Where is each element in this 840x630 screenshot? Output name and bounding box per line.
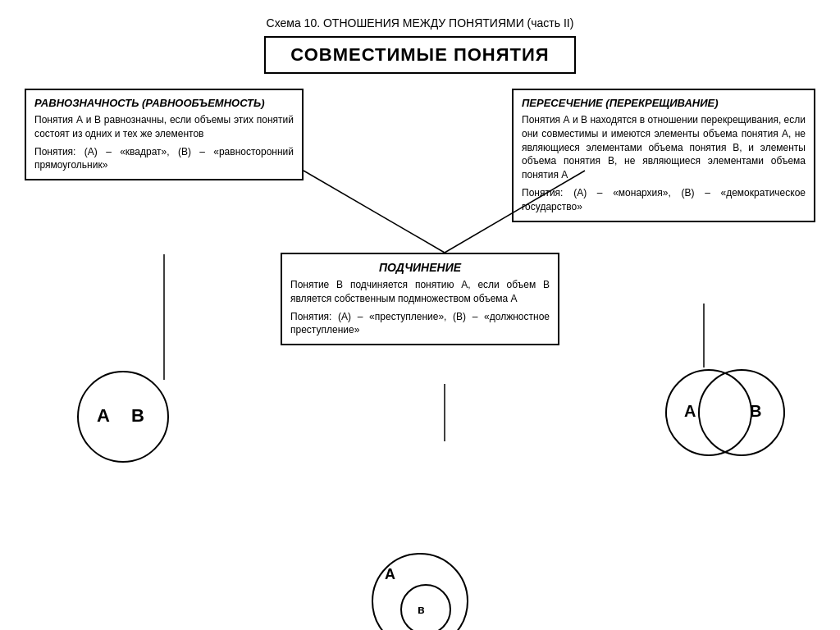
content-area: РАВНОЗНАЧНОСТЬ (РАВНООБЪЕМНОСТЬ) Понятия… bbox=[25, 89, 815, 597]
box-left-title: РАВНОЗНАЧНОСТЬ (РАВНООБЪЕМНОСТЬ) bbox=[34, 97, 294, 109]
diagram-right-svg: А В bbox=[660, 359, 791, 466]
svg-line-3 bbox=[304, 171, 445, 253]
diagram-peresechenie: А В bbox=[660, 359, 791, 469]
box-ravnoznachnost: РАВНОЗНАЧНОСТЬ (РАВНООБЪЕМНОСТЬ) Понятия… bbox=[25, 89, 304, 180]
diagram-bottom-svg: А в bbox=[367, 548, 473, 630]
diagram-left-label-a: А bbox=[97, 405, 110, 426]
svg-point-7 bbox=[699, 370, 784, 455]
svg-point-9 bbox=[401, 585, 450, 630]
svg-point-5 bbox=[78, 372, 168, 462]
diagram-bottom-label-a: А bbox=[385, 566, 395, 582]
box-peresechenie: ПЕРЕСЕЧЕНИЕ (ПЕРЕКРЕЩИВАНИЕ) Понятия А и… bbox=[512, 89, 815, 222]
diagram-right-label-a: А bbox=[684, 402, 696, 420]
diagram-podchinenie: А в bbox=[367, 548, 473, 630]
schema-title: Схема 10. ОТНОШЕНИЯ МЕЖДУ ПОНЯТИЯМИ (час… bbox=[25, 16, 815, 30]
diagram-bottom-label-b: в bbox=[418, 603, 425, 616]
box-right-text2: Понятия: (А) – «монархия», (В) – «демокр… bbox=[522, 186, 806, 214]
main-title-box: СОВМЕСТИМЫЕ ПОНЯТИЯ bbox=[264, 36, 576, 74]
box-right-title: ПЕРЕСЕЧЕНИЕ (ПЕРЕКРЕЩИВАНИЕ) bbox=[522, 97, 806, 109]
box-left-text2: Понятия: (А) – «квадрат», (В) – «равност… bbox=[34, 145, 294, 173]
box-center-title: ПОДЧИНЕНИЕ bbox=[290, 261, 550, 274]
box-left-text1: Понятия А и В равнозначны, если объемы э… bbox=[34, 113, 294, 141]
svg-point-8 bbox=[372, 554, 468, 630]
diagram-right-label-b: В bbox=[750, 402, 761, 420]
box-right-text1: Понятия А и В находятся в отношении пере… bbox=[522, 113, 806, 182]
box-center-text1: Понятие В подчиняется понятию А, если об… bbox=[290, 278, 550, 306]
diagram-left-label-b: В bbox=[131, 405, 144, 426]
box-center-text2: Понятия: (А) – «преступление», (В) – «до… bbox=[290, 310, 550, 338]
box-podchinenie: ПОДЧИНЕНИЕ Понятие В подчиняется понятию… bbox=[281, 253, 559, 345]
svg-point-6 bbox=[666, 370, 751, 455]
page: { "schema": { "title": "Схема 10. ОТНОШЕ… bbox=[0, 0, 840, 630]
diagram-ravnoznachnost: А В bbox=[57, 368, 189, 469]
diagram-left-svg: А В bbox=[57, 368, 189, 466]
